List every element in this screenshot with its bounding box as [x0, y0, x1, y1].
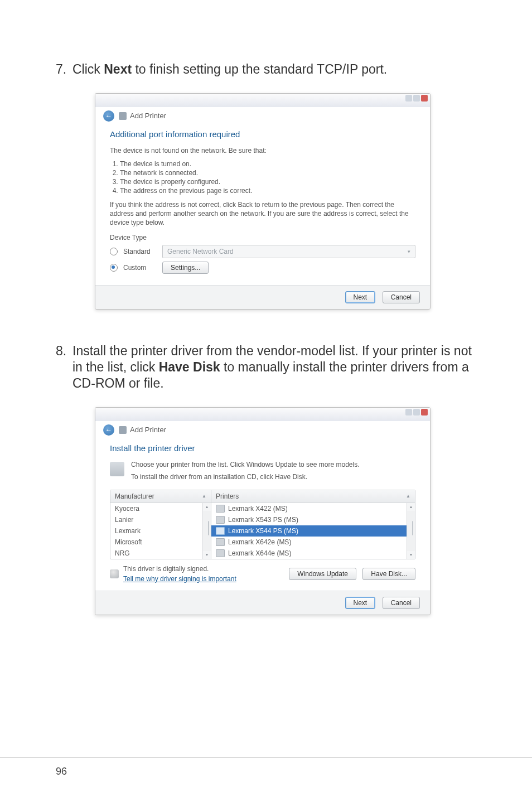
dialog-heading: Install the printer driver	[110, 443, 415, 453]
custom-label: Custom	[123, 264, 162, 272]
dialog-header: ← Add Printer	[95, 421, 430, 437]
titlebar	[95, 94, 430, 107]
manufacturer-column: Manufacturer ▲ Kyocera Lanier Lexmark Mi…	[110, 490, 211, 559]
step-7-pre: Click	[72, 62, 104, 76]
list-item: Microsoft	[110, 537, 202, 548]
step-8-bold: Have Disk	[159, 360, 220, 374]
printers-header[interactable]: Printers ▲	[211, 490, 415, 503]
standard-combo-value: Generic Network Card	[167, 248, 234, 255]
back-button[interactable]: ←	[103, 110, 114, 122]
instruction-line2: To install the driver from an installati…	[110, 473, 415, 481]
dialog-title: Add Printer	[130, 112, 166, 120]
printer-small-icon	[216, 549, 225, 557]
step-7-number: 7.	[56, 61, 72, 78]
close-icon[interactable]	[421, 95, 428, 102]
subtitle: The device is not found on the network. …	[110, 147, 415, 154]
arrow-left-icon: ←	[105, 426, 112, 434]
radio-standard[interactable]	[110, 248, 118, 255]
cancel-button[interactable]: Cancel	[383, 597, 420, 609]
settings-button[interactable]: Settings...	[162, 262, 209, 274]
device-type-label: Device Type	[110, 234, 415, 241]
printer-small-icon	[216, 538, 225, 546]
manufacturer-list[interactable]: Kyocera Lanier Lexmark Microsoft NRG	[110, 503, 202, 559]
standard-label: Standard	[123, 248, 162, 255]
titlebar	[95, 408, 430, 421]
chevron-down-icon: ▾	[408, 249, 410, 254]
list-item: Kyocera	[110, 503, 202, 514]
printers-list[interactable]: Lexmark X422 (MS) Lexmark X543 PS (MS) L…	[211, 503, 407, 559]
step-8-number: 8.	[56, 343, 72, 391]
scroll-up-icon[interactable]: ▴	[203, 503, 211, 511]
step-8-text: Install the printer driver from the vend…	[72, 343, 476, 391]
standard-combo[interactable]: Generic Network Card ▾	[162, 245, 415, 258]
radio-custom[interactable]	[110, 264, 118, 272]
signed-text: This driver is digitally signed.	[123, 565, 236, 573]
back-button[interactable]: ←	[103, 424, 114, 436]
page-number: 96	[0, 757, 532, 777]
printer-large-icon	[110, 462, 124, 476]
dialog-install-driver: ← Add Printer Install the printer driver…	[95, 407, 431, 615]
have-disk-button[interactable]: Have Disk...	[362, 568, 415, 580]
shield-icon	[110, 569, 119, 578]
scrollbar[interactable]: ▴ ▾	[407, 503, 415, 559]
minimize-icon[interactable]	[405, 409, 412, 416]
maximize-icon[interactable]	[413, 409, 420, 416]
checklist-item: The device is properly configured.	[120, 178, 415, 186]
printers-column: Printers ▲ Lexmark X422 (MS) Lexmark X54…	[211, 490, 415, 559]
dialog-footer: Next Cancel	[95, 591, 430, 615]
next-button[interactable]: Next	[345, 291, 376, 303]
next-button[interactable]: Next	[345, 597, 376, 609]
arrow-left-icon: ←	[105, 112, 112, 120]
checklist-item: The address on the previous page is corr…	[120, 187, 415, 195]
checklist: The device is turned on. The network is …	[120, 160, 415, 195]
step-7-post: to finish setting up the standard TCP/IP…	[132, 62, 387, 76]
list-item: Lexmark X543 PS (MS)	[211, 514, 407, 525]
step-8: 8. Install the printer driver from the v…	[56, 343, 476, 391]
step-7-text: Click Next to finish setting up the stan…	[72, 61, 476, 78]
maximize-icon[interactable]	[413, 95, 420, 102]
dialog-additional-port-info: ← Add Printer Additional port informatio…	[95, 93, 431, 310]
sort-icon: ▲	[406, 494, 410, 499]
list-item: Lexmark X644e (MS)	[211, 548, 407, 559]
dialog-title: Add Printer	[130, 426, 166, 434]
list-item: Lexmark	[110, 525, 202, 537]
printers-header-label: Printers	[216, 492, 239, 500]
printer-icon	[119, 112, 127, 120]
list-item: Lexmark X642e (MS)	[211, 537, 407, 548]
list-item: Lexmark X422 (MS)	[211, 503, 407, 514]
manufacturer-header-label: Manufacturer	[115, 492, 154, 500]
scroll-up-icon[interactable]: ▴	[407, 503, 415, 511]
scrollbar[interactable]: ▴ ▾	[202, 503, 211, 559]
printer-small-icon	[216, 527, 225, 535]
printer-icon	[119, 426, 127, 434]
row-standard: Standard Generic Network Card ▾	[110, 245, 415, 258]
close-icon[interactable]	[421, 409, 428, 416]
note-text: If you think the address is not correct,…	[110, 200, 415, 228]
list-item: Lanier	[110, 514, 202, 525]
list-item: NRG	[110, 548, 202, 559]
instruction-line1: Choose your printer from the list. Click…	[110, 461, 415, 468]
row-custom: Custom Settings...	[110, 262, 415, 274]
scroll-down-icon[interactable]: ▾	[407, 551, 415, 559]
dialog-footer: Next Cancel	[95, 285, 430, 309]
driver-panes: Manufacturer ▲ Kyocera Lanier Lexmark Mi…	[110, 490, 415, 559]
dialog-header: ← Add Printer	[95, 107, 430, 123]
dialog-heading: Additional port information required	[110, 129, 415, 139]
sort-icon: ▲	[202, 494, 206, 499]
printer-small-icon	[216, 516, 225, 524]
cancel-button[interactable]: Cancel	[383, 291, 420, 303]
list-item-selected: Lexmark X544 PS (MS)	[211, 525, 407, 537]
checklist-item: The network is connected.	[120, 169, 415, 177]
step-7-bold: Next	[104, 62, 132, 76]
checklist-item: The device is turned on.	[120, 160, 415, 168]
manufacturer-header[interactable]: Manufacturer ▲	[110, 490, 211, 503]
minimize-icon[interactable]	[405, 95, 412, 102]
signing-row: This driver is digitally signed. Tell me…	[110, 565, 415, 583]
windows-update-button[interactable]: Windows Update	[289, 568, 356, 580]
printer-small-icon	[216, 505, 225, 513]
scroll-down-icon[interactable]: ▾	[203, 551, 211, 559]
step-7: 7. Click Next to finish setting up the s…	[56, 61, 476, 78]
signing-link[interactable]: Tell me why driver signing is important	[123, 575, 236, 583]
